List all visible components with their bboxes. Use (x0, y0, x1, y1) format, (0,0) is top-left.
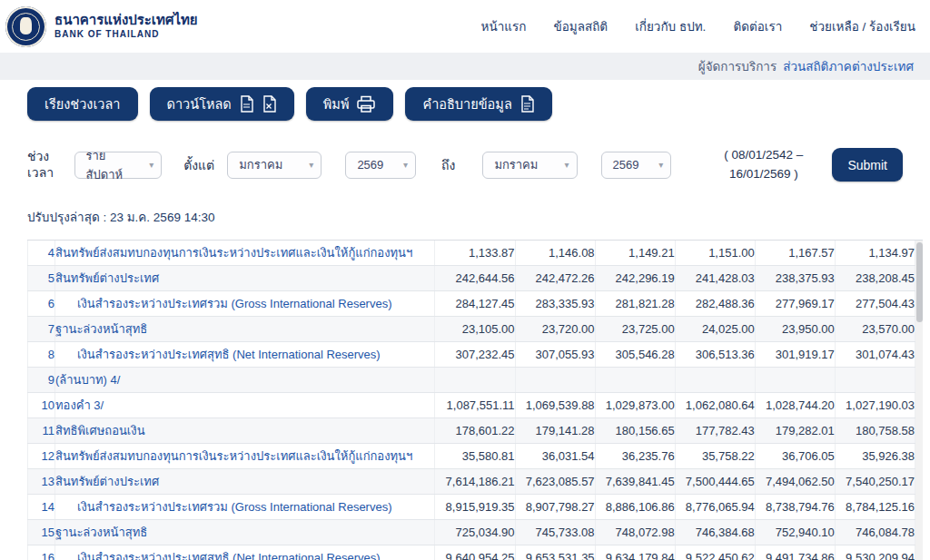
row-number: 4 (28, 241, 55, 266)
document-info-icon (519, 95, 535, 113)
download-button[interactable]: ดาวน์โหลด (150, 87, 294, 121)
value-cell: 23,725.00 (595, 317, 675, 342)
value-cell (755, 368, 835, 393)
row-label-link[interactable]: ฐานะล่วงหน้าสุทธิ (55, 322, 147, 336)
table-row: 7ฐานะล่วงหน้าสุทธิ23,105.0023,720.0023,7… (28, 317, 915, 342)
to-month-select[interactable]: มกราคม ▾ (482, 152, 577, 179)
from-month-value: มกราคม (239, 155, 282, 174)
nav-item-home[interactable]: หน้าแรก (481, 16, 527, 36)
bank-of-thailand-logo-icon (5, 6, 46, 47)
data-description-button[interactable]: คำอธิบายข้อมูล (405, 87, 551, 121)
table-row: 16เงินสำรองระหว่างประเทศสุทธิ (Net Inter… (28, 545, 915, 560)
row-label-cell: สินทรัพย์ส่งสมทบกองทุนการเงินระหว่างประเ… (55, 444, 435, 469)
nav-item-about[interactable]: เกี่ยวกับ ธปท. (635, 16, 706, 36)
value-cell: 8,915,919.35 (435, 495, 515, 520)
table-row: 12สินทรัพย์ส่งสมทบกองทุนการเงินระหว่างปร… (28, 444, 915, 469)
last-updated-text: ปรับปรุงล่าสุด : 23 ม.ค. 2569 14:30 (27, 207, 930, 227)
value-cell: 301,074.43 (835, 342, 915, 368)
table-row: 10ทองคำ 3/1,087,551.111,069,539.881,029,… (28, 393, 915, 418)
table-row: 14เงินสำรองระหว่างประเทศรวม (Gross Inter… (28, 495, 915, 520)
value-cell: 9,522,450.62 (675, 545, 755, 560)
value-cell: 1,027,190.03 (835, 393, 915, 418)
table-vertical-scrollbar[interactable] (915, 241, 923, 560)
to-year-select[interactable]: 2569 ▾ (601, 152, 672, 179)
row-label-cell: ทองคำ 3/ (55, 393, 435, 418)
toolbar: เรียงช่วงเวลา ดาวน์โหลด พิมพ์ คำอธิบายข้… (27, 87, 930, 121)
from-year-value: 2569 (357, 158, 383, 172)
value-cell: 306,513.36 (675, 342, 755, 368)
row-label-link[interactable]: เงินสำรองระหว่างประเทศสุทธิ (Net Interna… (77, 348, 381, 361)
value-cell: 1,149.21 (595, 241, 675, 266)
value-cell: 277,969.17 (755, 291, 835, 317)
value-cell: 746,084.78 (835, 520, 915, 545)
value-cell: 281,821.28 (595, 291, 675, 317)
value-cell: 35,926.38 (835, 444, 915, 469)
section-link[interactable]: ส่วนสถิติภาคต่างประเทศ (783, 56, 914, 76)
value-cell: 745,733.08 (515, 520, 595, 545)
value-cell: 36,031.54 (515, 444, 595, 469)
value-cell: 36,235.76 (595, 444, 675, 469)
value-cell: 180,156.65 (595, 418, 675, 444)
to-label: ถึง (441, 155, 455, 175)
frequency-select[interactable]: รายสัปดาห์ ▾ (74, 152, 163, 179)
nav-item-contact[interactable]: ติดต่อเรา (733, 16, 782, 36)
row-label-link[interactable]: (ล้านบาท) 4/ (55, 373, 120, 387)
from-month-select[interactable]: มกราคม ▾ (227, 152, 322, 179)
row-number: 8 (28, 342, 55, 368)
row-label-cell: สินทรัพย์ต่างประเทศ (55, 469, 435, 495)
row-label-link[interactable]: สินทรัพย์ต่างประเทศ (55, 271, 159, 285)
row-label-link[interactable]: สินทรัพย์ส่งสมทบกองทุนการเงินระหว่างประเ… (55, 246, 412, 260)
nav-item-help[interactable]: ช่วยเหลือ / ร้องเรียน (809, 16, 915, 36)
scrollbar-thumb[interactable] (916, 242, 923, 322)
sort-period-button[interactable]: เรียงช่วงเวลา (27, 87, 138, 121)
value-cell: 1,151.00 (675, 241, 755, 266)
row-number: 6 (28, 291, 55, 317)
row-label-cell: ฐานะล่วงหน้าสุทธิ (55, 520, 435, 545)
value-cell: 23,950.00 (755, 317, 835, 342)
value-cell: 8,784,125.16 (835, 495, 915, 520)
row-label-cell: เงินสำรองระหว่างประเทศรวม (Gross Interna… (55, 495, 435, 520)
row-label-link[interactable]: เงินสำรองระหว่างประเทศรวม (Gross Interna… (77, 500, 392, 514)
row-label-link[interactable]: ฐานะล่วงหน้าสุทธิ (55, 526, 147, 539)
row-label-link[interactable]: สินทรัพย์ส่งสมทบกองทุนการเงินระหว่างประเ… (55, 449, 412, 463)
row-label-link[interactable]: ทองคำ 3/ (55, 398, 104, 412)
row-label-link[interactable]: เงินสำรองระหว่างประเทศรวม (Gross Interna… (77, 297, 392, 310)
value-cell: 307,055.93 (515, 342, 595, 368)
row-label-link[interactable]: เงินสำรองระหว่างประเทศสุทธิ (Net Interna… (77, 551, 381, 560)
value-cell: 8,776,065.94 (675, 495, 755, 520)
value-cell: 35,580.81 (435, 444, 515, 469)
value-cell: 1,028,744.20 (755, 393, 835, 418)
value-cell: 746,384.68 (675, 520, 755, 545)
nav-item-statistics[interactable]: ข้อมูลสถิติ (553, 16, 608, 36)
value-cell: 35,758.22 (675, 444, 755, 469)
value-cell: 7,500,444.65 (675, 469, 755, 495)
value-cell: 7,540,250.17 (835, 469, 915, 495)
submit-button[interactable]: Submit (832, 148, 903, 182)
main-nav: หน้าแรก ข้อมูลสถิติ เกี่ยวกับ ธปท. ติดต่… (481, 16, 915, 36)
value-cell: 8,907,798.27 (515, 495, 595, 520)
frequency-value: รายสัปดาห์ (86, 146, 140, 184)
from-year-select[interactable]: 2569 ▾ (345, 152, 416, 179)
value-cell (435, 368, 515, 393)
row-label-cell: เงินสำรองระหว่างประเทศรวม (Gross Interna… (55, 291, 435, 317)
value-cell: 1,146.08 (515, 241, 595, 266)
top-header: ธนาคารแห่งประเทศไทย BANK OF THAILAND หน้… (0, 0, 930, 53)
value-cell: 242,296.19 (595, 266, 675, 291)
table-row: 4สินทรัพย์ส่งสมทบกองทุนการเงินระหว่างประ… (28, 241, 915, 266)
print-button[interactable]: พิมพ์ (306, 87, 394, 121)
sub-header-strip: ผู้จัดการบริการ ส่วนสถิติภาคต่างประเทศ (0, 53, 930, 80)
statistics-table-container: 4สินทรัพย์ส่งสมทบกองทุนการเงินระหว่างประ… (27, 240, 923, 560)
table-row: 15ฐานะล่วงหน้าสุทธิ725,034.90745,733.087… (28, 520, 915, 545)
chevron-down-icon: ▾ (149, 160, 153, 170)
row-number: 5 (28, 266, 55, 291)
value-cell (675, 368, 755, 393)
row-label-link[interactable]: สินทรัพย์ต่างประเทศ (55, 475, 159, 488)
download-label: ดาวน์โหลด (167, 93, 232, 114)
value-cell: 24,025.00 (675, 317, 755, 342)
row-label-link[interactable]: สิทธิพิเศษถอนเงิน (55, 424, 145, 437)
reserves-table-body: 4สินทรัพย์ส่งสมทบกองทุนการเงินระหว่างประ… (28, 241, 915, 560)
row-label-cell: เงินสำรองระหว่างประเทศสุทธิ (Net Interna… (55, 342, 435, 368)
row-label-cell: เงินสำรองระหว่างประเทศสุทธิ (Net Interna… (55, 545, 435, 560)
bank-name-english: BANK OF THAILAND (54, 29, 198, 41)
value-cell: 9,530,209.94 (835, 545, 915, 560)
